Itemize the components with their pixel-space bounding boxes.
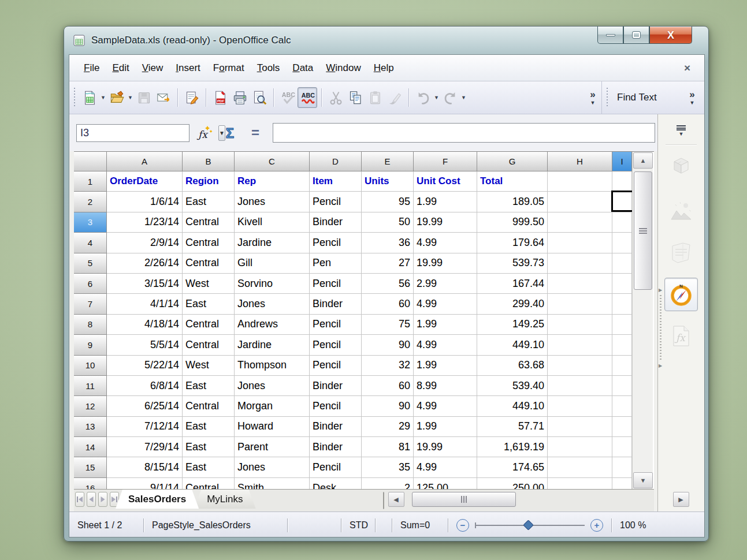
cell[interactable]: Parent — [235, 437, 310, 457]
cell[interactable]: 449.10 — [477, 335, 548, 355]
cell[interactable]: OrderDate — [107, 171, 183, 192]
copy-button[interactable] — [345, 87, 365, 108]
new-document-button[interactable] — [80, 87, 99, 108]
selection-mode-label[interactable]: STD — [341, 520, 375, 531]
cell[interactable]: 1/6/14 — [107, 192, 183, 212]
menu-help[interactable]: Help — [367, 60, 400, 76]
next-sheet-button[interactable] — [98, 492, 107, 507]
zoom-in-button[interactable]: + — [590, 519, 603, 532]
cell[interactable]: East — [183, 376, 235, 396]
horizontal-scrollbar-thumb[interactable] — [412, 492, 516, 507]
cell[interactable]: 35 — [362, 457, 414, 477]
cell[interactable]: 4.99 — [414, 335, 477, 355]
cell[interactable]: Region — [183, 171, 235, 192]
cell[interactable]: Binder — [310, 437, 362, 457]
close-document-icon[interactable]: × — [678, 62, 696, 74]
cell[interactable]: Binder — [310, 212, 362, 233]
cell[interactable]: Smith — [235, 478, 310, 489]
cell[interactable] — [612, 376, 632, 396]
cell[interactable] — [548, 335, 612, 355]
cell[interactable]: Central — [183, 212, 235, 233]
cell[interactable]: Item — [310, 171, 362, 192]
cell[interactable] — [612, 192, 632, 212]
cell[interactable]: 60 — [362, 294, 414, 314]
cell[interactable]: Kivell — [235, 212, 310, 233]
cell[interactable]: Central — [183, 335, 235, 355]
cell[interactable] — [612, 171, 632, 192]
cell[interactable]: 56 — [362, 274, 414, 294]
format-paintbrush-button[interactable] — [385, 87, 404, 108]
cell[interactable] — [612, 253, 632, 274]
row-header-13[interactable]: 13 — [74, 417, 107, 437]
select-all-corner[interactable] — [74, 152, 107, 171]
scroll-up-button[interactable]: ▲ — [633, 152, 653, 169]
cell[interactable]: Jones — [235, 192, 310, 212]
page-style-label[interactable]: PageStyle_SalesOrders — [144, 520, 287, 531]
cell[interactable]: 999.50 — [477, 212, 548, 233]
sidebar-menu-button[interactable]: ▼ — [670, 121, 693, 141]
cell[interactable]: Central — [183, 396, 235, 416]
row-header-2[interactable]: 2 — [74, 192, 107, 212]
zoom-out-button[interactable]: − — [456, 519, 469, 532]
cell[interactable] — [612, 294, 632, 314]
cell[interactable]: Pencil — [310, 335, 362, 355]
cell[interactable] — [612, 437, 632, 457]
cell[interactable]: 75 — [362, 315, 414, 335]
cell[interactable]: Pencil — [310, 356, 362, 376]
sidebar-collapse-strip[interactable]: ▶ ▶ — [657, 288, 663, 368]
cell[interactable]: 19.99 — [414, 437, 477, 457]
cell[interactable] — [612, 457, 632, 477]
cell[interactable]: 57.71 — [477, 417, 548, 437]
cell[interactable]: East — [183, 417, 235, 437]
column-header-F[interactable]: F — [414, 152, 477, 171]
cell[interactable]: 81 — [362, 437, 414, 457]
previous-sheet-button[interactable] — [87, 492, 96, 507]
column-header-D[interactable]: D — [310, 152, 362, 171]
cell[interactable]: 7/12/14 — [107, 417, 183, 437]
cell[interactable]: 4.99 — [414, 233, 477, 253]
cell[interactable]: Pencil — [310, 274, 362, 294]
cell[interactable]: Morgan — [235, 396, 310, 416]
cell[interactable] — [612, 233, 632, 253]
cell[interactable] — [548, 478, 612, 489]
vertical-scrollbar-thumb[interactable] — [634, 171, 652, 290]
row-header-3[interactable]: 3 — [74, 212, 107, 233]
cell[interactable]: 3/15/14 — [107, 274, 183, 294]
cell[interactable]: 4.99 — [414, 457, 477, 477]
cell[interactable]: 1.99 — [414, 417, 477, 437]
edit-file-button[interactable] — [182, 87, 202, 108]
cell[interactable]: 90 — [362, 396, 414, 416]
cell[interactable]: East — [183, 437, 235, 457]
cell[interactable] — [612, 335, 632, 355]
zoom-slider[interactable] — [475, 525, 585, 526]
cell[interactable]: 179.64 — [477, 233, 548, 253]
cell[interactable]: Central — [183, 315, 235, 335]
scroll-down-button[interactable]: ▼ — [633, 472, 653, 488]
row-header-1[interactable]: 1 — [74, 171, 107, 192]
functions-button[interactable]: ƒx — [664, 319, 698, 353]
column-header-I[interactable]: I — [612, 152, 632, 171]
undo-dropdown-button[interactable]: ▼ — [433, 87, 440, 108]
cell[interactable]: 1.99 — [414, 192, 477, 212]
column-header-C[interactable]: C — [235, 152, 310, 171]
gallery-button[interactable] — [664, 195, 698, 228]
cell[interactable]: 9/1/14 — [107, 478, 183, 489]
cell[interactable]: 5/5/14 — [107, 335, 183, 355]
menu-file[interactable]: File — [77, 60, 106, 76]
menu-insert[interactable]: Insert — [169, 60, 207, 76]
cell[interactable] — [548, 274, 612, 294]
cell[interactable]: Pen — [310, 253, 362, 274]
cell[interactable] — [548, 192, 612, 212]
row-header-14[interactable]: 14 — [74, 437, 107, 457]
vertical-scrollbar[interactable]: ▲ ▼ — [632, 152, 653, 489]
cell[interactable]: Central — [183, 233, 235, 253]
cell[interactable]: Pencil — [310, 192, 362, 212]
email-document-button[interactable] — [154, 87, 173, 108]
cell[interactable] — [612, 478, 632, 489]
cell[interactable]: East — [183, 457, 235, 477]
column-header-E[interactable]: E — [362, 152, 414, 171]
cell[interactable]: Unit Cost — [414, 171, 477, 192]
formula-input[interactable] — [273, 124, 655, 142]
scroll-right-button[interactable]: ▶ — [673, 492, 689, 507]
spellcheck-button[interactable]: ABC — [278, 87, 298, 108]
